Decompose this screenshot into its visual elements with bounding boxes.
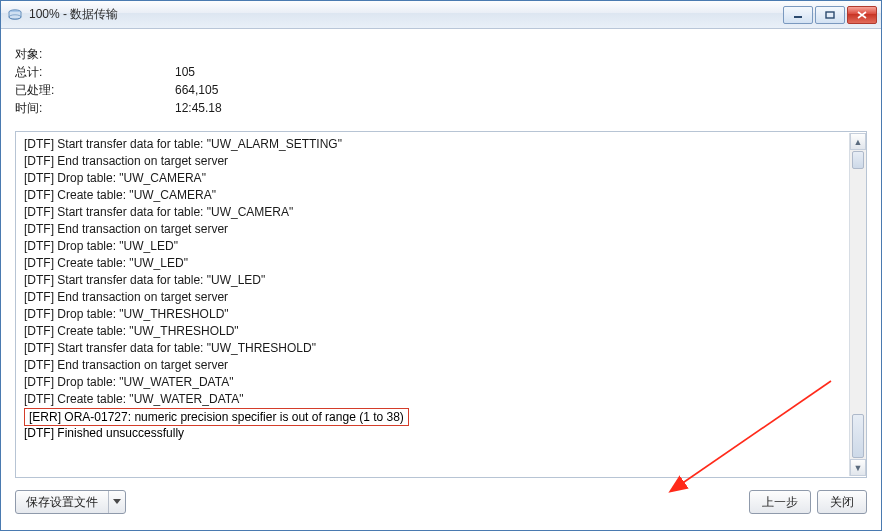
summary-label: 时间: (15, 99, 175, 117)
summary-panel: 对象: 总计: 105 已处理: 664,105 时间: 12:45.18 (15, 45, 867, 117)
scroll-up-arrow-icon[interactable]: ▲ (850, 133, 866, 150)
client-area: 对象: 总计: 105 已处理: 664,105 时间: 12:45.18 [D… (9, 37, 873, 522)
summary-row-time: 时间: 12:45.18 (15, 99, 867, 117)
summary-row-total: 总计: 105 (15, 63, 867, 81)
prev-button-label: 上一步 (762, 494, 798, 511)
log-line: [DTF] Drop table: "UW_LED" (24, 238, 860, 255)
log-line: [DTF] Create table: "UW_CAMERA" (24, 187, 860, 204)
log-line: [DTF] End transaction on target server (24, 357, 860, 374)
dropdown-arrow-icon[interactable] (109, 491, 125, 513)
log-line: [DTF] Create table: "UW_LED" (24, 255, 860, 272)
summary-label: 对象: (15, 45, 175, 63)
log-line: [DTF] Create table: "UW_THRESHOLD" (24, 323, 860, 340)
svg-rect-3 (826, 12, 834, 18)
scroll-thumb-top[interactable] (852, 151, 864, 169)
titlebar: 100% - 数据传输 (1, 1, 881, 29)
log-error-line: [ERR] ORA-01727: numeric precision speci… (24, 408, 409, 426)
scroll-down-arrow-icon[interactable]: ▼ (850, 459, 866, 476)
log-line: [DTF] End transaction on target server (24, 289, 860, 306)
button-group-left: 保存设置文件 (15, 490, 126, 514)
log-line: [DTF] Start transfer data for table: "UW… (24, 136, 860, 153)
summary-row-object: 对象: (15, 45, 867, 63)
log-lines: [DTF] Start transfer data for table: "UW… (24, 136, 860, 408)
window-controls (783, 6, 881, 24)
close-button-label: 关闭 (830, 494, 854, 511)
log-box: [DTF] Start transfer data for table: "UW… (15, 131, 867, 478)
log-line: [DTF] Start transfer data for table: "UW… (24, 340, 860, 357)
summary-label: 总计: (15, 63, 175, 81)
close-window-button[interactable] (847, 6, 877, 24)
log-line: [DTF] End transaction on target server (24, 153, 860, 170)
minimize-button[interactable] (783, 6, 813, 24)
app-window: 100% - 数据传输 对象: 总计: 105 已处理: (0, 0, 882, 531)
window-title: 100% - 数据传输 (29, 6, 118, 23)
prev-button[interactable]: 上一步 (749, 490, 811, 514)
scroll-track[interactable] (850, 151, 866, 458)
close-button[interactable]: 关闭 (817, 490, 867, 514)
summary-label: 已处理: (15, 81, 175, 99)
log-line: [DTF] End transaction on target server (24, 221, 860, 238)
button-group-right: 上一步 关闭 (749, 490, 867, 514)
app-icon (7, 7, 23, 23)
svg-rect-2 (794, 16, 802, 18)
log-line: [DTF] Start transfer data for table: "UW… (24, 204, 860, 221)
summary-value: 105 (175, 63, 195, 81)
maximize-button[interactable] (815, 6, 845, 24)
summary-value: 664,105 (175, 81, 218, 99)
save-settings-label: 保存设置文件 (16, 491, 109, 513)
summary-value: 12:45.18 (175, 99, 222, 117)
log-line: [DTF] Drop table: "UW_CAMERA" (24, 170, 860, 187)
scroll-thumb-bottom[interactable] (852, 414, 864, 458)
log-line: [DTF] Drop table: "UW_THRESHOLD" (24, 306, 860, 323)
save-settings-button[interactable]: 保存设置文件 (15, 490, 126, 514)
log-line: [DTF] Start transfer data for table: "UW… (24, 272, 860, 289)
log-line: [DTF] Drop table: "UW_WATER_DATA" (24, 374, 860, 391)
vertical-scrollbar[interactable]: ▲ ▼ (849, 133, 866, 476)
summary-row-processed: 已处理: 664,105 (15, 81, 867, 99)
button-row: 保存设置文件 上一步 关闭 (15, 488, 867, 516)
log-line: [DTF] Create table: "UW_WATER_DATA" (24, 391, 860, 408)
log-line: [DTF] Finished unsuccessfully (24, 426, 860, 440)
